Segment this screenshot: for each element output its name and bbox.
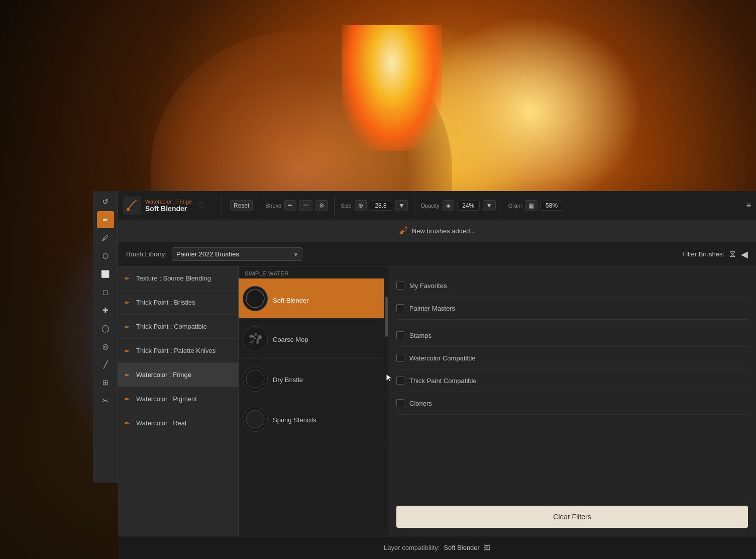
filter-checkbox-my-favorites[interactable] <box>396 282 404 290</box>
stroke-shape <box>279 293 373 295</box>
tool-crop[interactable]: ✂ <box>97 392 114 409</box>
grain-value: 58% <box>541 201 563 211</box>
category-label: Watercolor : Real <box>136 419 186 427</box>
library-select[interactable]: Painter 2022 Brushes Painter 2023 Brushe… <box>172 247 302 261</box>
coarse-mop-dots <box>244 327 267 350</box>
filter-checkbox-painter-masters[interactable] <box>396 304 404 312</box>
brush-item-block: Spring Stencils <box>273 414 380 424</box>
svg-point-6 <box>256 341 259 344</box>
tool-ellipse[interactable]: ◎ <box>97 338 114 355</box>
filter-painter-masters[interactable]: Painter Masters <box>396 297 748 320</box>
bottom-bar-value: Soft Blender <box>444 544 480 551</box>
notification-text: New brushes added... <box>412 227 475 235</box>
opacity-arrow-btn[interactable]: ▼ <box>483 200 496 211</box>
category-label: Watercolor : Pigment <box>136 395 197 403</box>
brush-item-dry-bristle[interactable]: Dry Bristle <box>239 359 384 399</box>
brush-preview-circle-coarse <box>243 326 268 351</box>
stroke-btn-3[interactable]: ⚙ <box>315 200 328 211</box>
category-icon: ✒ <box>124 395 132 403</box>
brush-svg-icon <box>125 199 139 213</box>
opacity-value: 24% <box>457 201 480 211</box>
filter-checkbox-watercolor-compatible[interactable] <box>396 354 404 362</box>
category-label: Texture : Source Blending <box>136 274 211 282</box>
brush-item-coarse-mop[interactable]: Coarse Mop <box>239 319 384 359</box>
filter-label-cloners: Cloners <box>409 400 432 407</box>
divider-2 <box>259 196 259 216</box>
category-icon: ✒ <box>124 371 132 379</box>
clear-filters-button[interactable]: Clear Filters <box>396 506 748 528</box>
filter-thick-paint-compatible[interactable]: Thick Paint Compatible <box>396 369 748 392</box>
category-thick-paint-compatible[interactable]: ✒ Thick Paint : Compatible <box>118 315 238 339</box>
brush-item-name: Spring Stencils <box>273 416 380 424</box>
size-control-btn[interactable]: ⊕ <box>355 200 367 211</box>
grain-label: Grain <box>508 203 522 209</box>
category-watercolor-pigment[interactable]: ✒ Watercolor : Pigment <box>118 387 238 411</box>
filter-my-favorites[interactable]: My Favorites <box>396 274 748 297</box>
torch-glow <box>342 25 442 151</box>
filter-icon-btn[interactable]: ⧖ <box>729 249 736 259</box>
brush-name-label: Soft Blender <box>145 205 192 213</box>
category-thick-paint-bristles[interactable]: ✒ Thick Paint : Bristles <box>118 291 238 315</box>
filter-cloners[interactable]: Cloners <box>396 392 748 415</box>
filter-panel: My Favorites Painter Masters Stamps Wate… <box>388 266 756 536</box>
tool-brush[interactable]: ✒ <box>97 211 114 228</box>
category-icon: ✒ <box>124 274 132 283</box>
svg-point-4 <box>258 335 262 339</box>
tool-rectangle[interactable]: ⬜ <box>97 265 114 283</box>
clear-filters-section: Clear Filters <box>396 498 748 528</box>
filter-watercolor-compatible[interactable]: Watercolor Compatible <box>396 347 748 369</box>
brush-item-spring-stencils[interactable]: Spring Stencils <box>239 399 384 439</box>
brush-stroke-preview <box>273 293 380 295</box>
tool-fill[interactable]: ⬡ <box>97 247 114 264</box>
brush-item-block: Dry Bristle <box>273 374 380 384</box>
scroll-thumb[interactable] <box>385 297 388 337</box>
svg-point-3 <box>254 333 257 336</box>
grain-icon-btn[interactable]: ▦ <box>525 200 537 211</box>
opacity-icon-btn[interactable]: ◈ <box>443 200 454 211</box>
brush-preview-circle <box>243 286 268 311</box>
brush-icon-btn[interactable] <box>123 197 141 215</box>
category-label: Thick Paint : Compatible <box>136 323 207 330</box>
tool-eraser[interactable]: ◻ <box>97 284 114 301</box>
size-label: Size <box>341 203 351 209</box>
library-select-wrapper: Painter 2022 Brushes Painter 2023 Brushe… <box>172 247 302 261</box>
divider-4 <box>414 196 414 216</box>
brush-item-name: Dry Bristle <box>273 376 380 384</box>
filter-checkbox-cloners[interactable] <box>396 399 404 407</box>
divider-5 <box>502 196 502 216</box>
stroke-btn-1[interactable]: ✒ <box>284 200 296 211</box>
dry-bristle-circle <box>244 367 267 391</box>
reset-button[interactable]: Reset <box>230 200 253 211</box>
brush-preview-circle-spring <box>243 407 268 432</box>
category-thick-paint-palette-knives[interactable]: ✒ Thick Paint : Palette Knives <box>118 339 238 363</box>
category-icon: ✒ <box>124 419 132 427</box>
stroke-label: Stroke <box>265 203 281 209</box>
brush-item-soft-blender[interactable]: Soft Blender <box>239 278 384 319</box>
category-texture-source-blending[interactable]: ✒ Texture : Source Blending <box>118 266 238 291</box>
tool-add[interactable]: ✚ <box>97 302 114 319</box>
tool-line[interactable]: ╱ <box>97 356 114 373</box>
filter-checkbox-thick-paint-compatible[interactable] <box>396 377 404 385</box>
category-watercolor-real[interactable]: ✒ Watercolor : Real <box>118 411 238 435</box>
size-arrow-btn[interactable]: ▼ <box>395 200 408 211</box>
svg-point-7 <box>254 337 256 339</box>
menu-icon[interactable]: ≡ <box>746 201 751 210</box>
category-label: Thick Paint : Palette Knives <box>136 347 215 354</box>
tool-rotate[interactable]: ↺ <box>97 193 114 210</box>
category-label: Thick Paint : Bristles <box>136 299 195 306</box>
notification-bar: 🖌 New brushes added... <box>118 220 756 242</box>
top-bar-controls: Reset Stroke ✒ 〰 ⚙ Size ⊕ 28.8 ▼ Opacity… <box>230 196 741 216</box>
filter-checkbox-stamps[interactable] <box>396 331 404 339</box>
filter-label-thick-paint-compatible: Thick Paint Compatible <box>409 377 477 385</box>
category-watercolor-fringe[interactable]: ✒ Watercolor : Fringe <box>118 363 238 387</box>
brush-list: Simple Water Soft Blender <box>239 266 384 536</box>
filter-collapse-btn[interactable]: ◀ <box>741 249 748 260</box>
favorite-button[interactable]: ♡ <box>198 201 205 210</box>
library-bar: Brush Library: Painter 2022 Brushes Pain… <box>118 242 756 266</box>
category-icon: ✒ <box>124 299 132 307</box>
tool-lasso[interactable]: ◯ <box>97 320 114 337</box>
stroke-btn-2[interactable]: 〰 <box>299 200 312 211</box>
tool-eyedropper[interactable]: 🖊 <box>97 229 114 246</box>
filter-stamps[interactable]: Stamps <box>396 324 748 347</box>
tool-transform[interactable]: ⊞ <box>97 374 114 391</box>
